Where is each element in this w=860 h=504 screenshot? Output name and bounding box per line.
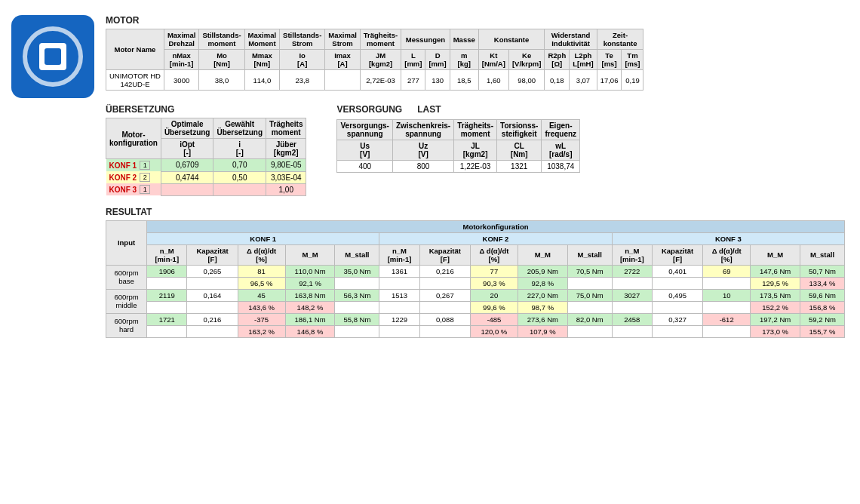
konf1-juber: 9,80E-05 (266, 159, 306, 172)
hard2-dalpha3 (703, 325, 751, 337)
hard-row2: 163,2 % 146,8 % 120,0 % 107,9 % 173,0 % … (106, 325, 845, 337)
base-mstall2: 70,5 Nm (567, 265, 612, 277)
versorgung-last-area: VERSORGUNG LAST Versorgungs-spannung Zwi… (336, 97, 580, 196)
us-cell: 400 (337, 161, 392, 173)
juber-unit-header: Jüber[kgm2] (266, 139, 306, 159)
nmax-cell: 3000 (164, 70, 199, 91)
versorgung-table: Versorgungs-spannung Zwischenkreis-spann… (336, 119, 580, 173)
last-title: LAST (417, 104, 441, 115)
widerstand-header: WiderstandInduktivität (545, 29, 597, 50)
base2-mstall3: 133,4 % (800, 277, 845, 289)
us-header: Versorgungs-spannung (337, 120, 392, 140)
konf1-label: KONF 11 (106, 159, 161, 171)
base-dalpha3: 69 (703, 265, 751, 277)
motor-name-header: Motor Name (106, 29, 164, 70)
mmax-header: Mmax[Nm] (244, 50, 280, 70)
base-row2: 96,5 % 92,1 % 90,3 % 92,8 % 129,5 % 133,… (106, 277, 845, 289)
imax-header: Imax[A] (325, 50, 361, 70)
logo-area (11, 15, 94, 98)
mid2-nm1 (147, 301, 187, 313)
base-mm3: 147,6 Nm (751, 265, 800, 277)
base2-kap2 (419, 277, 470, 289)
ubersetzung-title: ÜBERSETZUNG (106, 104, 306, 115)
base2-kap1 (187, 277, 238, 289)
base2-mstall1 (335, 277, 379, 289)
hard-mm1: 186,1 Nm (285, 313, 335, 325)
versorgung-last-titles: VERSORGUNG LAST (336, 97, 580, 118)
hard2-mstall1 (335, 325, 379, 337)
nmax-header: nMax[min-1] (164, 50, 199, 70)
messungen-header: Messungen (401, 29, 450, 50)
motor-table: Motor Name MaximalDrehzal Stillstands-mo… (106, 29, 643, 91)
konf3-group-header: KONF 3 (612, 232, 844, 244)
versorgung-title: VERSORGUNG (336, 104, 402, 115)
l-cell: 277 (401, 70, 425, 91)
mm2-header: M_M (518, 244, 567, 265)
hard-dalpha2: -485 (470, 313, 518, 325)
app-logo (11, 15, 94, 98)
mid-nm2: 1513 (379, 289, 419, 301)
r2ph-cell: 0,18 (545, 70, 570, 91)
io-header: Io[A] (280, 50, 325, 70)
versorgung-data-row: 400 800 1,22E-03 1321 1038,74 (337, 161, 580, 173)
mstall3-header: M_stall (800, 244, 845, 265)
base-dalpha2: 77 (470, 265, 518, 277)
base-kap3: 0,401 (652, 265, 702, 277)
mid2-nm2 (379, 301, 419, 313)
resultat-section: RESULTAT Input Motorkonfiguration KONF 1… (106, 207, 849, 338)
hard-dalpha1: -375 (238, 313, 285, 325)
hard-mm3: 197,2 Nm (751, 313, 800, 325)
konf1-group-header: KONF 1 (147, 232, 379, 244)
l2ph-cell: 3,07 (570, 70, 597, 91)
mid-mm1: 163,8 Nm (285, 289, 335, 301)
base2-nm1 (147, 277, 187, 289)
hard2-nm3 (612, 325, 652, 337)
base-row1: 600rpmbase 1906 0,265 81 110,0 Nm 35,0 N… (106, 265, 845, 277)
wl-unit-header: wL[rad/s] (542, 140, 580, 161)
konf2-iopt: 0,4744 (161, 171, 213, 183)
hard2-mm2: 107,9 % (518, 325, 567, 337)
mm3-header: M_M (751, 244, 800, 265)
jl-header: Trägheits-moment (454, 120, 497, 140)
kap3-header: Kapazität[F] (652, 244, 702, 265)
middle-row2: 143,6 % 148,2 % 99,6 % 98,7 % 152,2 % 15… (106, 301, 845, 313)
hard2-kap2 (419, 325, 470, 337)
konf3-i (213, 183, 266, 195)
mid-dalpha2: 20 (470, 289, 518, 301)
result-table: Input Motorkonfiguration KONF 1 KONF 2 K… (106, 220, 845, 338)
konf1-row: KONF 11 0,6709 0,70 9,80E-05 (106, 159, 306, 172)
wl-cell: 1038,74 (542, 161, 580, 173)
kt-cell: 1,60 (478, 70, 508, 91)
us-unit-header: Us[V] (337, 140, 392, 161)
konstante-header: Konstante (478, 29, 545, 50)
iopt-unit-header: iOpt[-] (161, 139, 213, 159)
hard-kap2: 0,088 (419, 313, 470, 325)
uz-header: Zwischenkreis-spannung (392, 120, 453, 140)
imax-cell (325, 70, 361, 91)
i-unit-header: i[-] (213, 139, 266, 159)
base-mm1: 110,0 Nm (285, 265, 335, 277)
motor-section-title: MOTOR (106, 15, 849, 26)
base-kap1: 0,265 (187, 265, 238, 277)
hard2-nm2 (379, 325, 419, 337)
hard2-mm3: 173,0 % (751, 325, 800, 337)
mid-nm3: 3027 (612, 289, 652, 301)
motorkonfig-header: Motor-konfiguration (106, 118, 161, 159)
mid-nm1: 2119 (147, 289, 187, 301)
ke-header: Ke[V/krpm] (508, 50, 545, 70)
konf3-label: KONF 31 (106, 183, 161, 195)
jm-header: JM[kgm2] (360, 50, 401, 70)
base2-mm3: 129,5 % (751, 277, 800, 289)
konf2-row: KONF 22 0,4744 0,50 3,03E-04 (106, 171, 306, 183)
mm1-header: M_M (285, 244, 335, 265)
hard2-dalpha1: 163,2 % (238, 325, 285, 337)
hard2-kap1 (187, 325, 238, 337)
mid2-dalpha1: 143,6 % (238, 301, 285, 313)
hard2-dalpha2: 120,0 % (470, 325, 518, 337)
masse-header: Masse (450, 29, 478, 50)
hard2-kap3 (652, 325, 702, 337)
cl-cell: 1321 (497, 161, 542, 173)
juber-header: Trägheitsmoment (266, 118, 306, 139)
mid-mstall2: 75,0 Nm (567, 289, 612, 301)
ke-cell: 98,00 (508, 70, 545, 91)
